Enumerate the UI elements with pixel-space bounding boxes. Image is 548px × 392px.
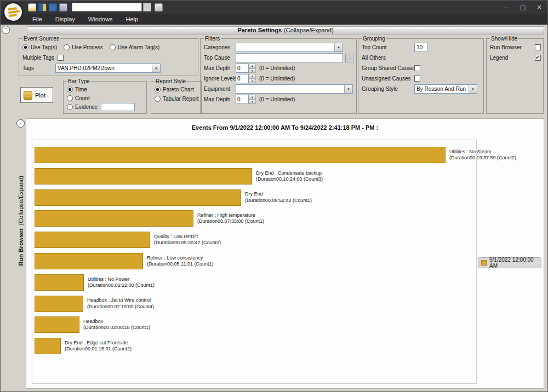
- max-depth-hint: (0 = Unlimited): [259, 65, 295, 71]
- bar-label: Refiner : High temperature(Duration00.07…: [197, 212, 264, 225]
- pareto-chart-radio[interactable]: Pareto Chart: [155, 87, 194, 93]
- use-alarm-tags-radio[interactable]: Use Alarm Tag(s): [110, 44, 160, 50]
- equipment-max-depth-input[interactable]: [236, 95, 249, 104]
- pareto-settings-title: Pareto Settings: [237, 27, 282, 33]
- pareto-bar[interactable]: [35, 338, 61, 354]
- bar-row: Refiner : High temperature(Duration00.07…: [35, 210, 264, 227]
- equipment-label: Equipment: [204, 86, 236, 92]
- bar-label: Quality : Low HPD/T(Duration00.05:30:47 …: [154, 234, 221, 246]
- max-depth-input[interactable]: [236, 64, 249, 73]
- chevron-up-icon: ⌃: [4, 27, 8, 32]
- ignore-levels-hint: (0 = Unlimited): [259, 76, 295, 82]
- grouping-style-dropdown[interactable]: By Reason And Run ▼: [414, 84, 477, 94]
- new-document-icon[interactable]: [28, 3, 36, 11]
- display-icon[interactable]: [38, 3, 47, 11]
- pareto-bar[interactable]: [35, 168, 252, 185]
- run-browser-strip-title: Run Browser: [18, 228, 24, 266]
- menu-file[interactable]: File: [26, 14, 49, 24]
- run-browser-checkbox[interactable]: [535, 44, 541, 50]
- bar-type-evidence-radio[interactable]: Evidence: [67, 104, 98, 110]
- legend-checkbox[interactable]: [535, 55, 541, 61]
- tags-dropdown[interactable]: VAN.PHD.02PM2Down ▼: [55, 64, 161, 73]
- bar-type-evidence-label: Evidence: [75, 104, 98, 110]
- menu-display[interactable]: Display: [49, 14, 82, 24]
- close-button[interactable]: ✕: [531, 1, 547, 14]
- pareto-settings-hint: (Collapse/Expand): [284, 27, 334, 33]
- main-area: ⌃ Pareto Settings(Collapse/Expand) Event…: [1, 25, 548, 392]
- toolbar: [26, 3, 67, 11]
- export-icon[interactable]: [59, 3, 67, 11]
- chevron-down-icon: ▼: [469, 85, 477, 93]
- save-icon[interactable]: [49, 3, 57, 11]
- pareto-bar[interactable]: [35, 210, 193, 227]
- group-shared-causes-label: Group Shared Causes: [362, 65, 414, 71]
- multiple-tags-checkbox[interactable]: [58, 55, 64, 61]
- spin-down-icon[interactable]: ▼: [249, 100, 256, 105]
- tabular-report-radio[interactable]: Tabular Report: [155, 96, 199, 102]
- spin-up-icon[interactable]: ▲: [249, 64, 256, 68]
- bar-row: Dry End(Duration00.09:52:42 (Count1): [35, 189, 312, 206]
- tags-dropdown-value: VAN.PHD.02PM2Down: [58, 65, 115, 71]
- pareto-bar[interactable]: [35, 316, 79, 333]
- pareto-bar[interactable]: [35, 253, 143, 269]
- equipment-dropdown[interactable]: ▼: [236, 84, 353, 94]
- all-others-label: All Others: [362, 55, 414, 61]
- browse-button[interactable]: ...: [143, 3, 151, 11]
- report-style-group: Report Style Pareto Chart Tabular Report: [151, 78, 202, 114]
- pareto-settings-header[interactable]: Pareto Settings(Collapse/Expand): [27, 26, 544, 34]
- max-depth-spinner[interactable]: ▲▼: [236, 64, 256, 73]
- spin-down-icon[interactable]: ▼: [249, 79, 256, 84]
- pareto-chart-label: Pareto Chart: [163, 87, 194, 93]
- bar-type-time-radio[interactable]: Time: [67, 87, 87, 93]
- menu-windows[interactable]: Windows: [82, 14, 119, 24]
- bar-label: Headbox(Duration00.02:08:18 (Count1): [83, 319, 150, 331]
- menu-help[interactable]: Help: [119, 14, 145, 24]
- use-tags-radio[interactable]: Use Tag(s): [22, 44, 57, 50]
- tags-label: Tags: [22, 65, 55, 71]
- pareto-bar[interactable]: [35, 147, 446, 163]
- ignore-levels-spinner[interactable]: ▲▼: [236, 74, 256, 83]
- bar-label: Dry End(Duration00.09:52:42 (Count1): [245, 191, 312, 204]
- expand-run-browser-button[interactable]: ‹: [16, 119, 25, 128]
- evidence-input[interactable]: [101, 103, 135, 111]
- plot-area: Utilities : No Steam(Duration00.19:37:59…: [32, 140, 477, 384]
- equipment-max-depth-spinner[interactable]: ▲▼: [236, 95, 256, 104]
- legend-swatch-icon: [481, 260, 487, 266]
- unassigned-causes-checkbox[interactable]: [414, 76, 420, 82]
- pareto-bar[interactable]: [35, 296, 83, 312]
- spin-down-icon[interactable]: ▼: [249, 68, 256, 73]
- top-count-input[interactable]: [414, 43, 427, 52]
- ignore-levels-input[interactable]: [236, 74, 249, 83]
- legend-toggle-label: Legend: [490, 55, 508, 61]
- ignore-levels-label: Ignore Levels: [204, 76, 236, 82]
- categories-dropdown[interactable]: ▼: [236, 43, 343, 52]
- use-alarm-tags-label: Use Alarm Tag(s): [118, 44, 160, 50]
- bar-row: Refiner : Low consistency(Duration00.05:…: [35, 253, 213, 269]
- top-cause-input[interactable]: [236, 53, 343, 62]
- show-hide-group: Show/Hide Run Browser Legend: [486, 36, 544, 114]
- bar-label: Dry End : Edge cut Frontside(Duration00.…: [65, 340, 132, 353]
- plot-button[interactable]: Plot: [20, 87, 53, 103]
- spin-up-icon[interactable]: ▲: [249, 95, 256, 100]
- chart-panel: Events From 9/1/2022 12:00:00 AM To 9/24…: [26, 118, 544, 389]
- chevron-down-icon: ▼: [344, 85, 352, 93]
- run-browser-strip[interactable]: Run Browser (Collapse/Expand): [16, 118, 26, 389]
- use-process-radio[interactable]: Use Process: [64, 44, 103, 50]
- bar-label: Utilities : No Power(Duration00.02:22:00…: [88, 276, 155, 289]
- maximize-button[interactable]: ▢: [515, 1, 531, 14]
- pareto-bar[interactable]: [35, 189, 241, 206]
- collapse-settings-button[interactable]: ⌃: [2, 26, 10, 34]
- minimize-button[interactable]: –: [498, 1, 515, 14]
- application-window: ... – ▢ ✕ File Display Windows Help ⌃ Pa…: [0, 0, 548, 392]
- spin-up-icon[interactable]: ▲: [249, 74, 256, 79]
- options-icon[interactable]: [155, 3, 163, 11]
- pareto-bar[interactable]: [35, 274, 84, 291]
- chart-legend[interactable]: 9/1/2022 12:00:00 AM: [478, 257, 541, 268]
- top-cause-browse-button[interactable]: ...: [345, 54, 353, 62]
- quick-search-input[interactable]: [72, 3, 142, 11]
- pareto-bar[interactable]: [35, 232, 150, 248]
- grouping-style-dropdown-value: By Reason And Run: [416, 86, 466, 92]
- bar-type-count-radio[interactable]: Count: [67, 95, 90, 101]
- group-shared-causes-checkbox[interactable]: [414, 65, 420, 71]
- top-count-label: Top Count: [362, 44, 414, 50]
